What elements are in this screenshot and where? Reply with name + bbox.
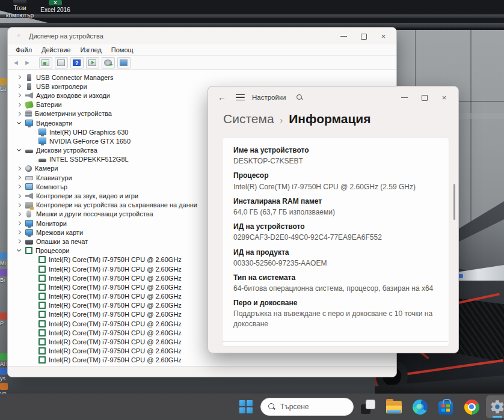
tree-item-label: Контролери за звук, видео и игри [36,192,138,199]
task-view-icon [361,400,375,414]
about-row-label: ИД на устройството [233,222,439,231]
ceiling-pipe [0,14,504,18]
expand-icon[interactable] [17,112,21,116]
desktop-icon-fragment-label: Bi [0,277,5,283]
desktop-icon-this-pc[interactable]: Този компютър [2,0,37,19]
menu-file[interactable]: Файл [11,45,36,55]
expand-icon[interactable] [17,212,21,216]
expand-icon[interactable] [17,84,21,88]
start-button[interactable] [235,395,257,418]
toolbar-show-button[interactable] [86,57,99,68]
menu-view[interactable]: Изглед [76,45,105,55]
collapse-icon[interactable] [17,248,21,252]
tree-item[interactable]: USB Connector Managers [8,73,396,82]
settings-window: ← Настройки × Система › Информация Име н… [207,86,459,353]
about-row: Име на устройствотоDESKTOP-C7KSEBT [233,145,439,166]
expand-icon[interactable] [17,193,21,198]
expand-icon[interactable] [17,175,21,180]
cpu-icon [38,266,46,273]
audio-icon [25,193,33,199]
desktop-icon-fragment-label: ys [0,376,5,382]
expand-icon[interactable] [17,93,21,97]
desktop-icon-fragment[interactable] [0,383,8,390]
about-row-value: Поддръжка на въвеждане с перо и докосван… [233,309,439,328]
tree-item-label: Компютър [36,183,67,190]
maximize-icon[interactable] [421,94,428,101]
forward-icon[interactable]: ► [23,59,32,66]
search-icon[interactable] [297,94,303,101]
expand-icon[interactable] [17,239,21,243]
maximize-icon[interactable] [360,33,367,40]
toolbar-help-button[interactable]: ? [70,57,84,68]
display-icon [38,138,46,144]
about-row-value: Intel(R) Core(TM) i7-9750H CPU @ 2.60GHz… [233,182,439,192]
collapse-icon[interactable] [17,120,21,124]
tree-item-label: Intel(R) Core(TM) i7-9750H CPU @ 2.60GHz [49,311,182,318]
about-row: ИД на устройството0289CAF3-D2E0-49C0-92C… [233,222,439,242]
settings-titlebar[interactable]: ← Настройки × [208,87,458,108]
minimize-icon[interactable] [401,94,408,101]
monitor-icon [25,220,33,227]
windows-logo-icon [239,400,253,413]
device-manager-titlebar[interactable]: Диспечер на устройства × [8,28,396,44]
about-row-value: 64-битова операционна система, процесор,… [233,284,439,293]
toolbar-scan-button[interactable] [102,57,115,68]
devices-monitor-icon [120,59,128,66]
expand-icon[interactable] [17,103,21,107]
back-icon[interactable]: ◄ [11,59,20,66]
menu-action[interactable]: Действие [37,45,75,55]
taskbar: Търсене [0,394,504,420]
window-controls: × [340,33,392,40]
about-row-value: 0289CAF3-D2E0-49C0-92C4-77EA9EA6F552 [233,233,439,242]
file-explorer-button[interactable] [383,395,405,418]
settings-button[interactable] [486,395,504,418]
menu-help[interactable]: Помощ [107,45,138,55]
storage-icon [25,202,33,208]
close-icon[interactable]: × [441,94,447,101]
display-icon [38,129,46,135]
toolbar-computer-button[interactable] [39,57,52,68]
breadcrumb-section[interactable]: Система [223,112,274,126]
cpu-icon [38,347,46,355]
scrollbar-thumb[interactable] [453,184,455,220]
expand-icon[interactable] [17,184,21,189]
close-icon[interactable]: × [380,33,387,40]
expand-icon[interactable] [17,203,21,207]
display-icon [25,120,33,126]
tree-item-label: Intel(R) Core(TM) i7-9750H CPU @ 2.60GHz [49,302,182,309]
expand-icon[interactable] [17,166,21,171]
about-row: Перо и докосванеПоддръжка на въвеждане с… [233,298,439,329]
minimize-icon[interactable] [340,33,347,40]
about-card: Име на устройствотоDESKTOP-C7KSEBTПроцес… [222,137,449,347]
file-explorer-icon [386,401,402,413]
desktop-icon-excel[interactable]: X Excel 2016 [37,0,73,14]
back-icon[interactable]: ← [214,93,230,102]
store-button[interactable] [434,395,457,418]
edge-button[interactable] [408,395,431,418]
taskbar-search-input[interactable]: Търсене [260,398,354,416]
about-row-value: DESKTOP-C7KSEBT [233,156,439,166]
toolbar-devices-button[interactable] [117,57,131,68]
hamburger-menu-icon[interactable] [236,94,245,101]
about-row-label: ИД на продукта [233,248,439,257]
desktop-icon-label: Excel 2016 [37,7,73,14]
chrome-button[interactable] [460,395,483,418]
tree-item-label: Intel(R) Core(TM) i7-9750H CPU @ 2.60GHz [49,266,182,273]
tree-item-label: Камери [35,165,58,172]
desktop-icon-fragment-label: Mi [0,260,6,266]
expand-icon[interactable] [17,75,21,79]
expand-icon[interactable] [17,221,21,225]
about-row: ПроцесорIntel(R) Core(TM) i7-9750H CPU @… [233,171,439,191]
about-row-label: Тип на системата [233,273,439,282]
expand-icon[interactable] [17,230,21,234]
about-row: ИД на продукта00330-52560-97235-AAOEM [233,248,439,268]
collapse-icon[interactable] [17,147,21,151]
disk-icon [38,159,46,162]
task-view-button[interactable] [357,395,380,418]
tree-item[interactable]: Intel(R) Core(TM) i7-9750H CPU @ 2.60GHz [8,356,396,365]
desktop-icon-fragment-label: P [0,320,4,326]
device-manager-title: Диспечер на устройства [29,32,340,40]
toolbar-properties-button[interactable] [55,57,68,68]
device-manager-toolbar: ◄ ► ? [8,56,396,70]
tree-item-label: Intel(R) Core(TM) i7-9750H CPU @ 2.60GHz [49,329,182,336]
